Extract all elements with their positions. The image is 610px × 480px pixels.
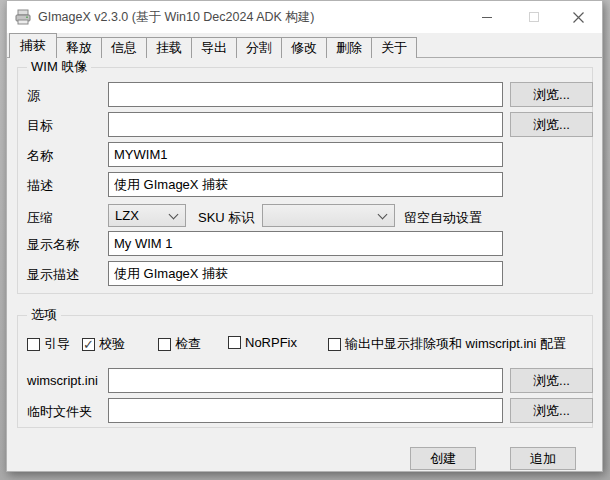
chevron-down-icon [378, 210, 388, 220]
checkbox-icon [158, 338, 171, 351]
source-label: 源 [27, 87, 40, 105]
options-group-title: 选项 [27, 307, 61, 323]
norpfix-checkbox[interactable]: NoRPFix [228, 335, 297, 350]
check-checkbox-label: 检查 [175, 335, 201, 353]
checkbox-icon [82, 338, 95, 351]
norpfix-checkbox-label: NoRPFix [245, 335, 297, 350]
tab-capture[interactable]: 捕获 [9, 33, 57, 58]
append-button[interactable]: 追加 [510, 447, 576, 470]
display-name-input[interactable] [108, 231, 503, 256]
tab-apply[interactable]: 释放 [56, 37, 102, 58]
window-title: GImageX v2.3.0 (基于 Win10 Dec2024 ADK 构建) [38, 1, 315, 33]
destination-browse-button[interactable]: 浏览... [510, 112, 593, 137]
temp-folder-label: 临时文件夹 [27, 403, 92, 421]
boot-checkbox[interactable]: 引导 [27, 335, 70, 353]
temp-folder-input[interactable] [108, 398, 503, 423]
chevron-down-icon [169, 210, 179, 220]
display-name-label: 显示名称 [27, 236, 79, 254]
name-label: 名称 [27, 147, 53, 165]
display-description-label: 显示描述 [27, 266, 79, 284]
close-button[interactable] [555, 1, 602, 33]
checkbox-icon [328, 338, 341, 351]
close-icon [573, 12, 584, 23]
app-icon [15, 9, 31, 25]
destination-label: 目标 [27, 117, 53, 135]
show-exclusions-checkbox[interactable]: 输出中显示排除项和 wimscript.ini 配置 [328, 335, 566, 353]
tab-delete[interactable]: 删除 [326, 37, 372, 58]
tab-export[interactable]: 导出 [191, 37, 237, 58]
app-window: GImageX v2.3.0 (基于 Win10 Dec2024 ADK 构建)… [6, 0, 603, 472]
boot-checkbox-label: 引导 [44, 335, 70, 353]
tab-mount[interactable]: 挂载 [146, 37, 192, 58]
tab-about[interactable]: 关于 [371, 37, 417, 58]
compression-label: 压缩 [27, 209, 53, 227]
tab-change[interactable]: 修改 [281, 37, 327, 58]
wim-image-group-title: WIM 映像 [27, 59, 91, 75]
tab-bar: 捕获 释放 信息 挂载 导出 分割 修改 删除 关于 [9, 33, 416, 58]
checkbox-icon [27, 338, 40, 351]
tab-split[interactable]: 分割 [236, 37, 282, 58]
sku-select[interactable] [262, 204, 395, 227]
display-description-input[interactable] [108, 261, 503, 286]
show-exclusions-checkbox-label: 输出中显示排除项和 wimscript.ini 配置 [345, 335, 566, 353]
description-label: 描述 [27, 177, 53, 195]
minimize-button[interactable] [463, 1, 510, 33]
create-button[interactable]: 创建 [410, 447, 476, 470]
maximize-button[interactable] [510, 1, 557, 33]
name-input[interactable] [108, 142, 503, 167]
wimscript-input[interactable] [108, 368, 503, 393]
compression-selected-value: LZX [115, 208, 139, 223]
source-input[interactable] [108, 82, 503, 107]
sku-hint: 留空自动设置 [404, 209, 482, 227]
source-browse-button[interactable]: 浏览... [510, 82, 593, 107]
check-checkbox[interactable]: 检查 [158, 335, 201, 353]
wimscript-browse-button[interactable]: 浏览... [510, 368, 593, 393]
minimize-icon [482, 17, 492, 18]
maximize-icon [529, 12, 539, 22]
temp-folder-browse-button[interactable]: 浏览... [510, 398, 593, 423]
sku-label: SKU 标识 [198, 209, 254, 227]
wimscript-label: wimscript.ini [27, 373, 98, 388]
tab-info[interactable]: 信息 [101, 37, 147, 58]
verify-checkbox[interactable]: 校验 [82, 335, 125, 353]
checkbox-icon [228, 336, 241, 349]
title-bar: GImageX v2.3.0 (基于 Win10 Dec2024 ADK 构建) [7, 1, 602, 33]
description-input[interactable] [108, 172, 503, 197]
verify-checkbox-label: 校验 [99, 335, 125, 353]
destination-input[interactable] [108, 112, 503, 137]
compression-select[interactable]: LZX [108, 204, 186, 227]
